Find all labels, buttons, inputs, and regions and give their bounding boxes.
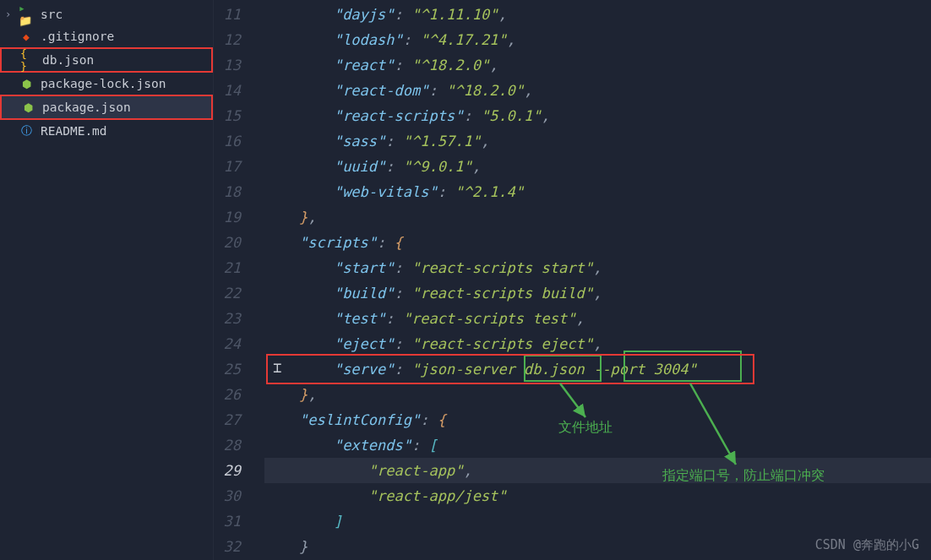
file-item-package-lock-json[interactable]: ⬢package-lock.json [0,73,213,95]
code-line[interactable]: "test": "react-scripts test", [264,306,931,331]
line-number: 20 [214,230,241,255]
code-content[interactable]: 文件地址 指定端口号，防止端口冲突 ⌶ "dayjs": "^1.11.10",… [264,0,931,560]
code-line[interactable]: "start": "react-scripts start", [264,255,931,280]
code-line[interactable]: "react-app", [264,458,931,483]
code-line[interactable]: "react-dom": "^18.2.0", [264,78,931,103]
code-line[interactable]: "eject": "react-scripts eject", [264,331,931,356]
folder-icon: ▸📁 [19,7,34,22]
npm-icon: ⬢ [20,100,35,115]
line-number: 15 [214,103,241,128]
code-line[interactable]: "uuid": "^9.0.1", [264,154,931,179]
file-item-src[interactable]: ›▸📁src [0,3,213,25]
code-editor[interactable]: 1112131415161718192021222324252627282930… [214,0,931,560]
git-icon: ◆ [19,29,34,44]
file-name-label: .gitignore [41,30,114,43]
file-item-package-json[interactable]: ⬢package.json [0,95,213,120]
line-number: 29 [214,458,241,483]
file-name-label: package-lock.json [41,77,166,90]
line-number: 24 [214,331,241,356]
code-line[interactable]: "react": "^18.2.0", [264,52,931,78]
line-number: 13 [214,52,241,78]
annotation-port: 指定端口号，防止端口冲突 [662,467,825,485]
code-line[interactable]: }, [264,204,931,230]
line-number: 25 [214,356,241,382]
npm-icon: ⬢ [19,76,34,91]
line-number: 26 [214,382,241,407]
text-cursor-icon: ⌶ [273,359,281,376]
info-icon: ⓘ [19,123,34,139]
watermark-text: CSDN @奔跑的小G [815,537,919,553]
line-number: 22 [214,280,241,306]
line-number-gutter: 1112131415161718192021222324252627282930… [214,0,264,560]
code-line[interactable]: "build": "react-scripts build", [264,280,931,306]
line-number: 27 [214,407,241,432]
line-number: 16 [214,128,241,154]
code-line[interactable]: "lodash": "^4.17.21", [264,27,931,52]
file-explorer[interactable]: ›▸📁src◆.gitignore{ }db.json⬢package-lock… [0,0,214,560]
line-number: 18 [214,179,241,204]
line-number: 23 [214,306,241,331]
line-number: 31 [214,508,241,534]
file-name-label: package.json [42,101,131,114]
file-name-label: README.md [41,124,107,138]
code-line[interactable]: "sass": "^1.57.1", [264,128,931,154]
code-line[interactable]: "web-vitals": "^2.1.4" [264,179,931,204]
code-line[interactable]: "scripts": { [264,230,931,255]
file-item--gitignore[interactable]: ◆.gitignore [0,25,213,47]
line-number: 21 [214,255,241,280]
line-number: 11 [214,2,241,27]
code-line[interactable]: "react-app/jest" [264,483,931,508]
file-item-db-json[interactable]: { }db.json [0,47,213,73]
file-name-label: src [41,8,63,21]
file-item-README-md[interactable]: ⓘREADME.md [0,120,213,142]
code-line[interactable]: "react-scripts": "5.0.1", [264,103,931,128]
line-number: 30 [214,483,241,508]
line-number: 32 [214,534,241,559]
code-line[interactable]: ] [264,508,931,534]
line-number: 17 [214,154,241,179]
chevron-right-icon: › [5,8,11,20]
line-number: 14 [214,78,241,103]
annotation-file-addr: 文件地址 [558,419,612,437]
line-number: 12 [214,27,241,52]
file-name-label: db.json [42,53,94,67]
json-icon: { } [20,52,35,68]
highlight-box-serve-line [266,354,754,384]
code-line[interactable]: "dayjs": "^1.11.10", [264,2,931,27]
code-line[interactable]: }, [264,382,931,407]
line-number: 19 [214,204,241,230]
line-number: 28 [214,432,241,458]
